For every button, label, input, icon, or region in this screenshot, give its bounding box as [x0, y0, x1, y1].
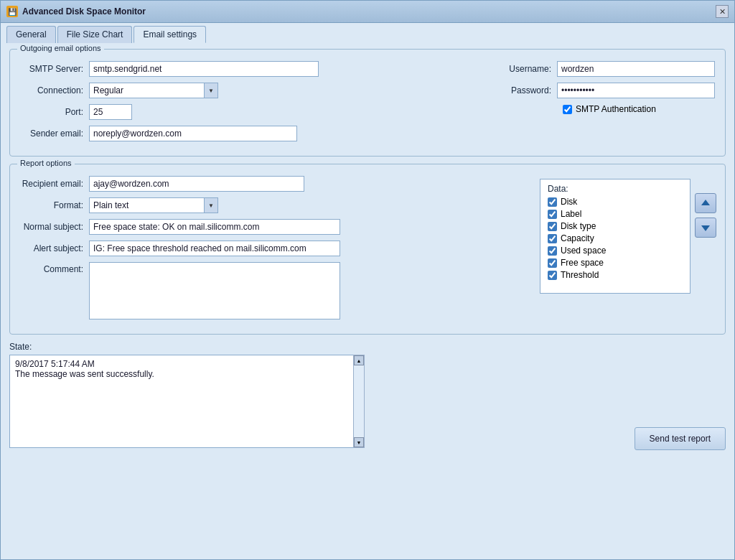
format-select[interactable]: Plain text HTML [89, 197, 218, 213]
recipient-input[interactable] [89, 176, 304, 192]
up-arrow-icon [701, 198, 711, 208]
state-label: State: [9, 342, 726, 352]
data-item-disk: Disk [548, 197, 683, 207]
down-arrow-icon [701, 223, 711, 233]
data-label-disk-type: Disk type [561, 221, 596, 231]
state-section: State: 9/8/2017 5:17:44 AM The message w… [9, 342, 726, 450]
window-title: Advanced Disk Space Monitor [22, 6, 146, 17]
username-label: Username: [487, 64, 551, 74]
title-bar: 💾 Advanced Disk Space Monitor ✕ [1, 1, 734, 23]
format-row: Format: Plain text HTML ▼ [19, 197, 525, 213]
outgoing-email-section: Outgoing email options SMTP Server: Conn… [9, 49, 726, 157]
move-up-button[interactable] [695, 193, 716, 213]
data-checkbox-capacity[interactable] [548, 234, 557, 243]
connection-select-wrapper: Regular SSL TLS ▼ [89, 83, 218, 98]
alert-subject-input[interactable] [89, 241, 340, 256]
data-label-label: Label [561, 209, 581, 219]
sender-label: Sender email: [19, 129, 83, 139]
sender-email-input[interactable] [89, 126, 297, 141]
normal-subject-label: Normal subject: [19, 222, 83, 232]
smtp-auth-checkbox[interactable] [563, 105, 572, 114]
data-item-used-space: Used space [548, 246, 683, 256]
close-button[interactable]: ✕ [716, 5, 729, 18]
port-label: Port: [19, 107, 83, 117]
data-label-used-space: Used space [561, 246, 606, 256]
password-input[interactable] [557, 83, 715, 98]
data-checkbox-label[interactable] [548, 210, 557, 219]
data-item-label: Label [548, 209, 683, 219]
tab-file-size-chart[interactable]: File Size Chart [57, 26, 133, 43]
recipient-row: Recipient email: [19, 176, 525, 192]
data-label-capacity: Capacity [561, 233, 594, 243]
smtp-auth-checkbox-row: SMTP Authentication [563, 104, 656, 114]
smtp-auth-row: SMTP Authentication [487, 104, 716, 114]
alert-subject-row: Alert subject: [19, 241, 525, 256]
comment-row: Comment: [19, 262, 525, 319]
report-options-legend: Report options [17, 159, 75, 167]
smtp-auth-label: SMTP Authentication [576, 104, 656, 114]
normal-subject-input[interactable] [89, 219, 340, 235]
data-item-threshold: Threshold [548, 270, 683, 280]
sender-row: Sender email: [19, 126, 472, 141]
data-checkbox-free-space[interactable] [548, 258, 557, 268]
tab-general[interactable]: General [6, 26, 56, 43]
comment-label: Comment: [19, 264, 83, 274]
data-item-capacity: Capacity [548, 233, 683, 243]
scrollbar-up-button[interactable]: ▲ [354, 355, 364, 365]
tab-bar: General File Size Chart Email settings [1, 23, 734, 43]
data-label-free-space: Free space [561, 258, 604, 268]
svg-marker-0 [701, 200, 710, 205]
smtp-server-input[interactable] [89, 61, 319, 77]
app-icon: 💾 [6, 6, 18, 17]
alert-subject-label: Alert subject: [19, 243, 83, 253]
data-panel-label: Data: [548, 184, 683, 194]
move-down-button[interactable] [695, 218, 716, 238]
port-row: Port: [19, 104, 472, 120]
state-box-wrapper: 9/8/2017 5:17:44 AM The message was sent… [9, 355, 726, 450]
port-input[interactable] [89, 104, 132, 120]
username-input[interactable] [557, 61, 715, 77]
title-bar-left: 💾 Advanced Disk Space Monitor [6, 6, 146, 17]
connection-row: Connection: Regular SSL TLS ▼ [19, 83, 472, 98]
data-panel: Data: Disk Label Disk type [540, 179, 690, 294]
password-row: Password: [487, 83, 716, 98]
comment-textarea[interactable] [89, 262, 340, 319]
data-item-free-space: Free space [548, 258, 683, 268]
main-window: 💾 Advanced Disk Space Monitor ✕ General … [0, 0, 735, 560]
outgoing-email-legend: Outgoing email options [17, 44, 104, 52]
tab-email-settings[interactable]: Email settings [134, 26, 206, 43]
format-select-wrapper: Plain text HTML ▼ [89, 197, 218, 213]
data-label-threshold: Threshold [561, 270, 599, 280]
password-label: Password: [487, 85, 551, 95]
username-row: Username: [487, 61, 716, 77]
normal-subject-row: Normal subject: [19, 219, 525, 235]
connection-select[interactable]: Regular SSL TLS [89, 83, 218, 98]
recipient-label: Recipient email: [19, 179, 83, 189]
state-scrollbar: ▲ ▼ [353, 355, 365, 448]
format-label: Format: [19, 200, 83, 210]
smtp-server-row: SMTP Server: [19, 61, 472, 77]
scrollbar-down-button[interactable]: ▼ [354, 437, 364, 447]
main-content: Outgoing email options SMTP Server: Conn… [1, 43, 734, 559]
report-options-section: Report options Recipient email: Format: [9, 164, 726, 335]
arrow-buttons [695, 179, 716, 238]
send-test-report-button[interactable]: Send test report [635, 427, 726, 450]
data-checkbox-used-space[interactable] [548, 246, 557, 256]
data-checkbox-threshold[interactable] [548, 271, 557, 280]
data-item-disk-type: Disk type [548, 221, 683, 231]
connection-label: Connection: [19, 85, 83, 95]
smtp-label: SMTP Server: [19, 64, 83, 74]
data-label-disk: Disk [561, 197, 577, 207]
data-checkbox-disk-type[interactable] [548, 222, 557, 231]
svg-marker-1 [701, 225, 710, 231]
state-textarea: 9/8/2017 5:17:44 AM The message was sent… [9, 355, 365, 448]
scrollbar-track [354, 365, 364, 437]
data-checkbox-disk[interactable] [548, 197, 557, 207]
